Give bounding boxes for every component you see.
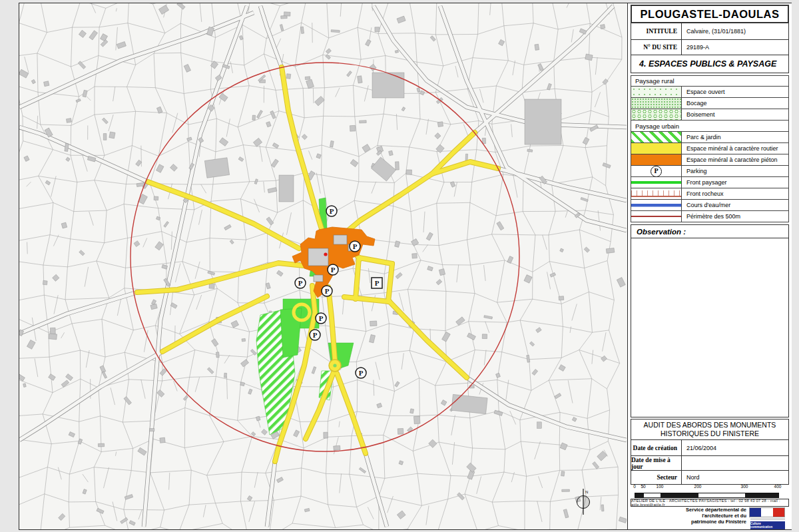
- scale-bar: 0 50 100 200 300 400: [631, 484, 789, 499]
- svg-text:P: P: [375, 279, 380, 287]
- culture-ministry-icon: Culture communication: [750, 521, 785, 529]
- swatch-espace-ouvert: [631, 87, 682, 97]
- swatch-bocage: [631, 98, 682, 109]
- flag-caption-lines: [750, 517, 785, 521]
- legend-item-parking: P Parking: [631, 166, 789, 177]
- svg-text:P: P: [330, 207, 334, 215]
- parking-marker: P: [328, 264, 338, 275]
- site-number-row: N° DU SITE 29189-A: [631, 39, 789, 55]
- observation-label: Observation :: [631, 224, 789, 238]
- swatch-boisement: [631, 109, 682, 120]
- map-layers: PPPPPPPPPN: [19, 3, 627, 529]
- svg-text:P: P: [359, 369, 364, 377]
- swatch-parc-jardin: [631, 132, 682, 142]
- parking-marker: P: [322, 286, 332, 296]
- parking-marker: P: [372, 278, 382, 288]
- legend-item-perimetre: Périmètre des 500m: [631, 211, 789, 222]
- site-number-label: N° DU SITE: [631, 40, 682, 55]
- legend-item-espace-ouvert: Espace ouvert: [631, 87, 789, 98]
- svg-text:P: P: [298, 279, 303, 287]
- legend-item-cours-eau: Cours d'eau/mer: [631, 200, 789, 211]
- date-maj-row: Date de mise à jour: [631, 455, 789, 471]
- legend-item-parc-jardin: Parc & jardin: [631, 132, 789, 143]
- map-canvas: PPPPPPPPPN: [19, 3, 627, 529]
- svg-text:P: P: [313, 331, 318, 339]
- svg-text:P: P: [319, 314, 324, 322]
- service-label: Service départemental de l'architecture …: [680, 507, 746, 525]
- observation-empty-box: [631, 238, 789, 417]
- map-sheet: PPPPPPPPPN PLOUGASTEL-DAOULAS INTITULE C…: [19, 3, 792, 530]
- site-number-value: 29189-A: [682, 40, 788, 55]
- intitule-row: INTITULE Calvaire, (31/01/1881): [631, 23, 789, 40]
- parking-marker: P: [356, 368, 366, 378]
- legend-item-boisement: Boisement: [631, 109, 789, 121]
- legend-group-header: Paysage rural: [631, 75, 789, 87]
- swatch-mineral-routier: [631, 143, 682, 154]
- swatch-cours-eau: [631, 200, 682, 210]
- parking-marker: P: [316, 313, 326, 324]
- commune-title: PLOUGASTEL-DAOULAS: [631, 5, 789, 23]
- legend-item-bocage: Bocage: [631, 98, 789, 109]
- swatch-parking: P: [631, 166, 682, 176]
- date-creation-row: Date de création 21/06/2004: [631, 439, 789, 456]
- legend: Paysage rural Espace ouvert Bocage Boise…: [631, 75, 789, 224]
- audit-title: AUDIT DES ABORDS DES MONUMENTS HISTORIQU…: [631, 419, 789, 440]
- parking-marker: P: [350, 241, 360, 252]
- scale-bar-segments: [635, 493, 779, 498]
- swatch-mineral-pieton: [631, 154, 682, 165]
- swatch-front-paysager: [631, 177, 682, 188]
- page-background: PPPPPPPPPN PLOUGASTEL-DAOULAS INTITULE C…: [0, 0, 799, 532]
- legend-item-front-rocheux: Front rocheux: [631, 188, 789, 200]
- section-title: 4. ESPACES PUBLICS & PAYSAGE: [631, 55, 789, 73]
- parking-marker: P: [310, 330, 320, 340]
- intitule-label: INTITULE: [631, 23, 682, 39]
- parking-icon: P: [651, 166, 662, 177]
- svg-text:N: N: [585, 490, 588, 494]
- svg-text:P: P: [353, 242, 358, 250]
- parking-marker: P: [326, 206, 337, 216]
- svg-text:P: P: [325, 287, 330, 295]
- roundabout-center: [333, 364, 336, 367]
- legend-group-header: Paysage urbain: [631, 121, 789, 132]
- info-panel: PLOUGASTEL-DAOULAS INTITULE Calvaire, (3…: [627, 3, 792, 529]
- swatch-front-rocheux: [631, 188, 682, 199]
- legend-item-mineral-routier: Espace minéral à caractère routier: [631, 143, 789, 154]
- legend-item-front-paysager: Front paysager: [631, 177, 789, 188]
- monument-dot: [324, 252, 327, 256]
- parking-marker: P: [295, 278, 306, 288]
- service-block: Service départemental de l'architecture …: [631, 507, 789, 527]
- swatch-perimetre: [631, 211, 682, 222]
- intitule-value: Calvaire, (31/01/1881): [682, 23, 788, 39]
- svg-text:P: P: [331, 266, 336, 274]
- secteur-row: Secteur Nord: [631, 470, 789, 485]
- legend-item-mineral-pieton: Espace minéral à caractère piéton: [631, 154, 789, 166]
- credit-line: ATELIER DE L'ILE - ARCHITECTES PAYSAGIST…: [631, 499, 789, 507]
